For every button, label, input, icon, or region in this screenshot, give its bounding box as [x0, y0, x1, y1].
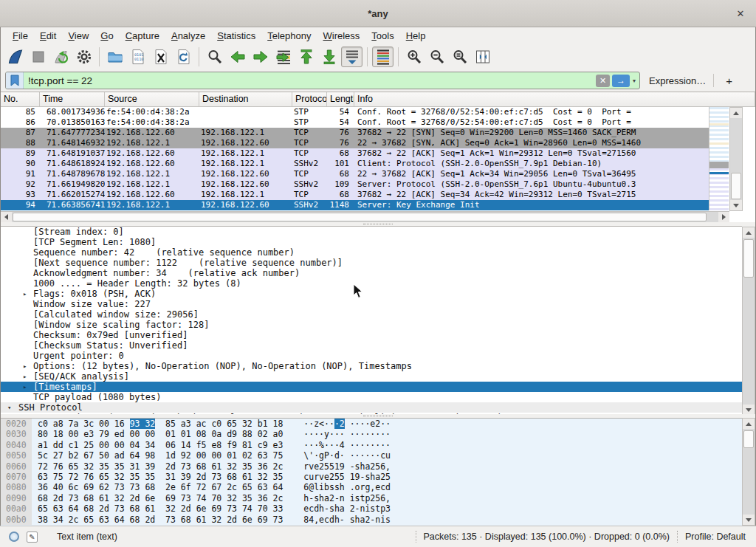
column-header-length[interactable]: Length [327, 92, 354, 106]
detail-line-16[interactable]: TCP payload (1080 bytes) [1, 392, 742, 402]
stop-capture-button[interactable] [27, 47, 49, 67]
hex-ascii[interactable]: 84,ecdh- sha2-nis [303, 515, 391, 525]
capture-options-button[interactable] [73, 47, 94, 67]
menu-capture[interactable]: Capture [120, 29, 165, 43]
expander-closed-icon[interactable]: ▸ [23, 289, 27, 299]
start-capture-button[interactable] [4, 47, 26, 67]
hex-row-0020[interactable]: 0020c0 a8 7a 3c 00 16 93 32 85 a3 ac c0 … [1, 419, 742, 429]
detail-line-13[interactable]: ▸Options: (12 bytes), No-Operation (NOP)… [1, 361, 742, 371]
packet-row-87[interactable]: 8771.647777234192.168.122.60192.168.122.… [1, 128, 709, 138]
detail-line-0[interactable]: [Stream index: 0] [1, 227, 742, 237]
detail-line-2[interactable]: Sequence number: 42 (relative sequence n… [1, 247, 742, 258]
go-forward-button[interactable] [250, 47, 271, 67]
scroll-thumb[interactable] [731, 173, 741, 199]
filter-apply-button[interactable]: → [612, 75, 630, 87]
hex-row-0090[interactable]: 009068 2d 73 68 61 32 2d 6e 69 73 74 70 … [1, 493, 742, 503]
scroll-thumb[interactable] [13, 213, 707, 221]
status-profile[interactable]: Profile: Default [685, 531, 746, 542]
column-header-info[interactable]: Info [354, 92, 755, 106]
packet-list-minimap[interactable] [709, 107, 729, 210]
detail-line-10[interactable]: Checksum: 0x79ed [unverified] [1, 330, 742, 340]
expander-closed-icon[interactable]: ▸ [23, 361, 27, 371]
hex-row-00b0[interactable]: 00b038 34 2c 65 63 64 68 2d 73 68 61 32 … [1, 515, 742, 525]
detail-line-8[interactable]: [Calculated window size: 29056] [1, 309, 742, 320]
detail-line-7[interactable]: Window size value: 227 [1, 299, 742, 309]
details-vscrollbar[interactable] [742, 227, 755, 416]
packet-row-90[interactable]: 9071.648618924192.168.122.60192.168.122.… [1, 159, 709, 169]
column-header-destination[interactable]: Destination [199, 92, 292, 106]
reload-capture-file-button[interactable] [173, 47, 194, 67]
hex-row-0040[interactable]: 0040a1 dd c1 25 00 00 04 34 06 14 f5 e8 … [1, 440, 742, 450]
scroll-left-button[interactable] [1, 212, 12, 222]
packet-row-89[interactable]: 8971.648191037192.168.122.60192.168.122.… [1, 148, 709, 159]
menu-telephony[interactable]: Telephony [261, 29, 317, 43]
hex-row-0060[interactable]: 006072 76 65 32 35 35 31 39 2d 73 68 61 … [1, 461, 742, 472]
expander-closed-icon[interactable]: ▸ [23, 382, 27, 392]
hex-ascii[interactable]: ··z<···2 ····e2·· [303, 419, 391, 429]
go-to-packet-button[interactable] [272, 47, 294, 67]
hex-bytes[interactable]: 72 76 65 32 35 35 31 39 2d 73 68 61 32 3… [38, 461, 283, 472]
expert-info-icon[interactable] [9, 531, 19, 542]
scroll-down-button[interactable] [730, 200, 742, 210]
go-back-button[interactable] [227, 47, 248, 67]
detail-line-9[interactable]: [Window size scaling factor: 128] [1, 320, 742, 330]
display-filter-input[interactable]: !tcp.port == 22 [24, 75, 596, 86]
hex-ascii[interactable]: 6@libssh .org,ecd [303, 482, 391, 492]
hex-bytes[interactable]: 65 63 64 68 2d 73 68 61 32 2d 6e 69 73 7… [38, 503, 283, 514]
detail-line-17[interactable]: ▾SSH Protocol [1, 402, 742, 413]
add-filter-button[interactable]: + [721, 75, 737, 87]
hex-ascii[interactable]: h-sha2-n istp256, [303, 493, 391, 503]
menu-statistics[interactable]: Statistics [211, 29, 261, 43]
detail-line-6[interactable]: ▸Flags: 0x018 (PSH, ACK) [1, 289, 742, 299]
hex-bytes[interactable]: 38 34 2c 65 63 64 68 2d 73 68 61 32 2d 6… [38, 515, 283, 525]
close-capture-file-button[interactable] [150, 47, 171, 67]
menu-tools[interactable]: Tools [365, 29, 399, 43]
menu-analyze[interactable]: Analyze [165, 29, 211, 43]
open-capture-file-button[interactable] [104, 47, 126, 67]
menu-help[interactable]: Help [400, 29, 432, 43]
hex-ascii[interactable]: ···%···4 ········ [303, 440, 391, 450]
filter-dropdown-caret[interactable]: ▾ [632, 78, 639, 84]
menu-view[interactable]: View [62, 29, 94, 43]
hex-row-0080[interactable]: 008036 40 6c 69 62 73 73 68 2e 6f 72 67 … [1, 482, 742, 492]
capture-comment-icon[interactable]: ✎ [27, 531, 38, 543]
scroll-right-button[interactable] [718, 212, 729, 222]
scroll-up-button[interactable] [730, 108, 742, 118]
hex-row-0070[interactable]: 007063 75 72 76 65 32 35 35 31 39 2d 73 … [1, 472, 742, 482]
save-capture-file-button[interactable]: 01010110 [127, 47, 148, 67]
scroll-down-button[interactable] [743, 515, 755, 525]
hex-ascii[interactable]: \'·gP·d· ······cu [303, 450, 391, 461]
zoom-100-button[interactable] [449, 47, 470, 67]
go-to-last-packet-button[interactable] [318, 47, 340, 67]
close-window-button[interactable]: ✕ [734, 7, 747, 20]
detail-line-1[interactable]: [TCP Segment Len: 1080] [1, 237, 742, 247]
packet-list-vscrollbar[interactable] [729, 107, 743, 211]
zoom-in-button[interactable] [403, 47, 425, 67]
detail-line-11[interactable]: [Checksum Status: Unverified] [1, 340, 742, 351]
menu-wireless[interactable]: Wireless [317, 29, 366, 43]
hex-ascii[interactable]: ecdh-sha 2-nistp3 [303, 503, 391, 514]
hex-ascii[interactable]: ····y··· ········ [303, 429, 391, 439]
hex-row-0030[interactable]: 003080 18 00 e3 79 ed 00 00 01 01 08 0a … [1, 429, 742, 439]
column-header-time[interactable]: Time [40, 92, 105, 106]
restart-capture-button[interactable] [50, 47, 72, 67]
scroll-thumb[interactable] [743, 430, 754, 448]
hex-bytes[interactable]: c0 a8 7a 3c 00 16 93 32 85 a3 ac c0 65 3… [38, 419, 283, 429]
packet-row-86[interactable]: 8670.013850163fe:54:00:d4:38:2aSTP54Conf… [1, 117, 709, 128]
scroll-up-button[interactable] [743, 419, 755, 429]
hex-bytes[interactable]: 63 75 72 76 65 32 35 35 31 39 2d 73 68 6… [38, 472, 283, 482]
scroll-up-button[interactable] [743, 227, 755, 238]
zoom-out-button[interactable] [426, 47, 447, 67]
hex-ascii[interactable]: rve25519 -sha256, [303, 461, 391, 472]
auto-scroll-button[interactable] [341, 47, 362, 67]
packet-list-hscrollbar[interactable] [1, 211, 729, 222]
resize-columns-button[interactable] [472, 47, 493, 67]
find-packet-button[interactable] [204, 47, 225, 67]
bytes-vscrollbar[interactable] [742, 418, 755, 526]
colorize-packets-button[interactable] [372, 47, 394, 67]
detail-line-5[interactable]: 1000 .... = Header Length: 32 bytes (8) [1, 278, 742, 289]
hex-bytes[interactable]: 5c 27 b2 67 50 ad 64 98 1d 92 00 00 01 0… [38, 450, 283, 461]
go-to-first-packet-button[interactable] [295, 47, 317, 67]
detail-line-15[interactable]: ▸[Timestamps] [1, 382, 742, 392]
scroll-thumb[interactable] [743, 239, 754, 278]
